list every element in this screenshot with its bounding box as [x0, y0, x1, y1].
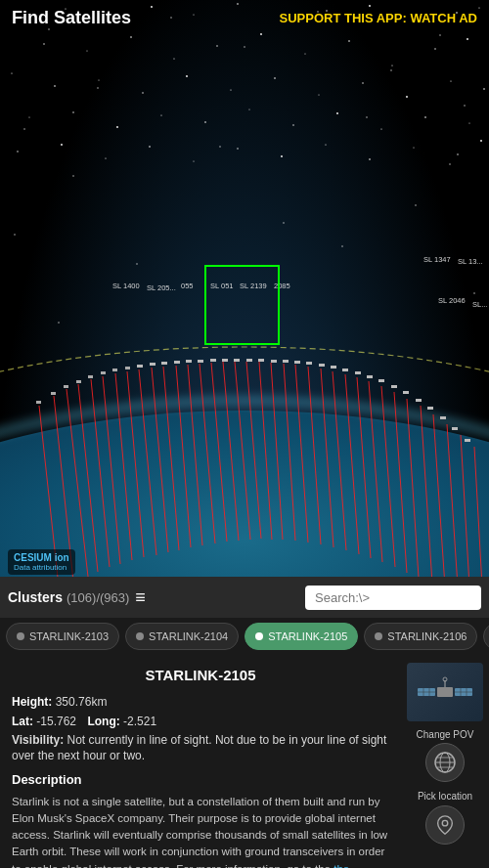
svg-point-29 — [274, 77, 276, 79]
svg-rect-128 — [416, 399, 422, 402]
cesium-logo: CESIUM ion — [14, 552, 69, 563]
svg-rect-117 — [283, 360, 289, 363]
svg-point-53 — [325, 144, 326, 145]
lat-long-row: Lat: -15.762 Long: -2.521 — [12, 713, 389, 730]
svg-rect-104 — [125, 367, 130, 369]
description-text: Starlink is not a single satellite, but … — [12, 794, 389, 868]
svg-rect-114 — [246, 359, 252, 362]
svg-point-39 — [204, 121, 206, 123]
svg-rect-107 — [161, 362, 167, 365]
svg-point-42 — [336, 112, 338, 114]
svg-point-38 — [160, 114, 161, 115]
svg-rect-101 — [88, 375, 93, 378]
svg-rect-118 — [294, 361, 300, 364]
svg-point-32 — [406, 96, 408, 98]
cluster-bar: Clusters(106)/(963) ≡ — [0, 577, 489, 618]
globe-icon — [433, 751, 457, 774]
svg-rect-110 — [198, 360, 203, 363]
tab-dot — [17, 632, 24, 640]
svg-text:SL 2046: SL 2046 — [438, 296, 466, 305]
svg-text:055: 055 — [181, 282, 194, 290]
svg-point-54 — [369, 158, 371, 160]
svg-point-26 — [142, 92, 143, 93]
svg-text:SL 1400: SL 1400 — [112, 282, 140, 290]
pick-location-button[interactable] — [425, 805, 465, 845]
long-value: -2.521 — [123, 715, 156, 728]
svg-rect-106 — [150, 363, 156, 366]
cluster-menu-icon[interactable]: ≡ — [135, 587, 146, 608]
svg-rect-112 — [222, 359, 228, 362]
svg-rect-129 — [427, 407, 433, 410]
svg-rect-108 — [174, 361, 180, 364]
tab-starlink-2103[interactable]: STARLINK-2103 — [6, 623, 119, 650]
svg-point-43 — [380, 128, 381, 129]
satellite-thumbnail — [407, 663, 483, 721]
tab-starlink-2107[interactable]: STARLI... — [483, 623, 489, 650]
svg-point-41 — [292, 124, 293, 125]
svg-point-45 — [469, 123, 470, 124]
svg-point-27 — [186, 75, 188, 77]
height-row: Height: 350.76km — [12, 693, 389, 711]
change-pov-button[interactable] — [425, 743, 465, 782]
cluster-label: Clusters(106)/(963) — [8, 588, 129, 606]
svg-rect-113 — [234, 359, 240, 362]
svg-text:SL 13...: SL 13... — [458, 257, 483, 266]
svg-point-160 — [442, 820, 448, 826]
cesium-badge: CESIUM ion Data attribution — [8, 549, 75, 575]
svg-point-51 — [237, 148, 238, 149]
height-label: Height: — [12, 695, 52, 709]
svg-rect-124 — [367, 375, 373, 378]
svg-text:SL 1347: SL 1347 — [423, 255, 451, 264]
svg-rect-98 — [51, 392, 56, 395]
info-panel: STARLINK-2105 Height: 350.76km Lat: -15.… — [0, 655, 401, 868]
tab-label: STARLINK-2103 — [29, 630, 109, 642]
svg-point-23 — [11, 72, 12, 73]
thumbnail-inner — [407, 663, 483, 721]
tab-starlink-2104[interactable]: STARLINK-2104 — [125, 623, 239, 650]
svg-point-46 — [17, 151, 18, 152]
long-label: Long: — [87, 715, 119, 728]
desc-body: Starlink is not a single satellite, but … — [12, 796, 387, 868]
svg-rect-116 — [271, 360, 277, 363]
svg-rect-99 — [64, 385, 68, 388]
svg-rect-115 — [258, 359, 264, 362]
space-view: SL 1347 SL 13... SL 2046 SL... SL 1400 S… — [0, 0, 489, 586]
svg-rect-102 — [101, 371, 106, 374]
cluster-title: Clusters — [8, 589, 63, 605]
satellite-name: STARLINK-2105 — [12, 665, 389, 687]
svg-rect-100 — [76, 380, 81, 383]
svg-point-35 — [29, 117, 30, 118]
svg-text:2085: 2085 — [274, 282, 290, 290]
tab-dot — [255, 632, 263, 640]
svg-rect-119 — [306, 362, 312, 365]
detail-area: STARLINK-2105 Height: 350.76km Lat: -15.… — [0, 655, 489, 868]
svg-rect-126 — [391, 385, 397, 388]
svg-point-49 — [149, 146, 151, 148]
svg-text:SL 2139: SL 2139 — [240, 282, 267, 290]
svg-point-56 — [457, 153, 458, 154]
visibility-label: Visibility: — [12, 733, 64, 747]
tab-label: STARLINK-2105 — [268, 630, 347, 642]
svg-point-36 — [72, 111, 73, 112]
search-input[interactable] — [305, 586, 481, 610]
svg-point-34 — [483, 88, 485, 90]
svg-point-21 — [434, 48, 435, 49]
right-panel: Change POV Pick location — [401, 655, 489, 868]
svg-point-48 — [105, 157, 106, 158]
svg-rect-97 — [36, 401, 41, 404]
svg-text:SL 205...: SL 205... — [147, 283, 176, 292]
svg-rect-103 — [112, 369, 117, 371]
svg-point-33 — [450, 80, 451, 81]
visibility-row: Visibility: Not currently in line of sig… — [12, 732, 389, 765]
cesium-sub: Data attribution — [14, 563, 67, 572]
svg-point-37 — [116, 126, 118, 128]
location-pin-icon — [434, 814, 456, 836]
support-ad-text[interactable]: SUPPORT THIS APP: WATCH AD — [280, 11, 477, 25]
pick-location-section: Pick location — [407, 790, 483, 845]
svg-point-31 — [362, 82, 363, 83]
tab-starlink-2105[interactable]: STARLINK-2105 — [244, 623, 358, 650]
app-title: Find Satellites — [12, 8, 131, 28]
svg-point-19 — [348, 40, 350, 42]
pick-location-label: Pick location — [407, 790, 483, 803]
tab-starlink-2106[interactable]: STARLINK-2106 — [364, 623, 477, 650]
